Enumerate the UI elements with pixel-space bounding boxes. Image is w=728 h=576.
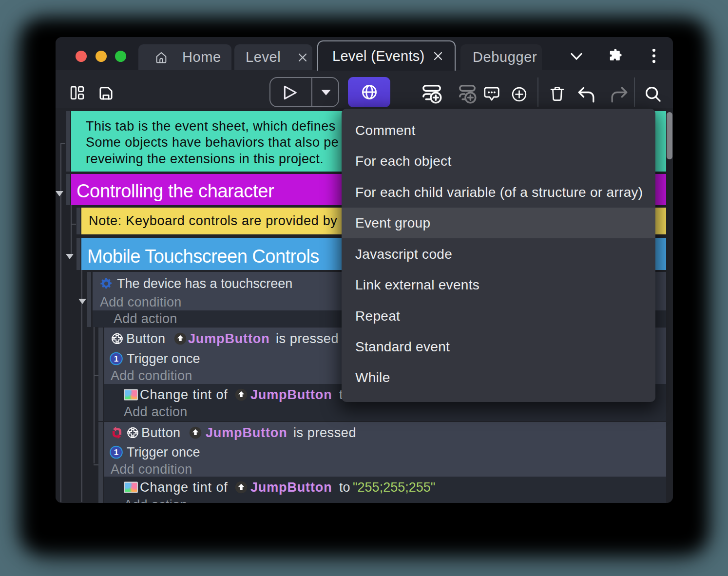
svg-text:1: 1 bbox=[114, 354, 118, 364]
svg-text:1: 1 bbox=[114, 448, 118, 457]
